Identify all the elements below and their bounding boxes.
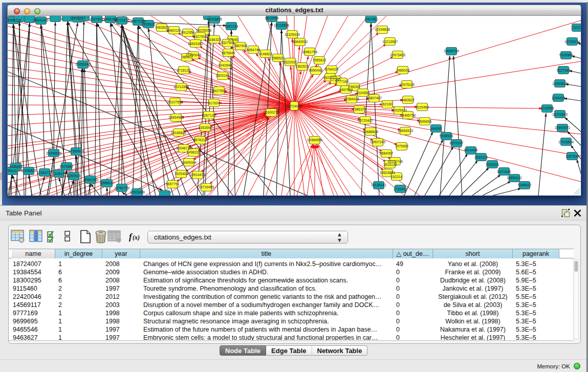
svg-text:2867608: 2867608: [234, 44, 248, 48]
svg-text:12093872: 12093872: [552, 82, 568, 85]
svg-text:9327508: 9327508: [221, 41, 235, 45]
svg-text:15716485: 15716485: [199, 185, 214, 189]
svg-text:8878312: 8878312: [193, 138, 207, 142]
svg-text:8813054: 8813054: [265, 16, 279, 20]
svg-text:7955812: 7955812: [313, 58, 326, 62]
svg-text:9115460: 9115460: [416, 105, 429, 109]
svg-text:7515526: 7515526: [142, 23, 156, 26]
svg-text:164095: 164095: [430, 127, 442, 130]
svg-text:17016504: 17016504: [558, 140, 574, 144]
svg-text:1353594: 1353594: [199, 126, 212, 129]
svg-text:3215958: 3215958: [540, 106, 554, 110]
svg-text:20053346: 20053346: [75, 62, 91, 66]
svg-text:10973403: 10973403: [390, 53, 405, 57]
svg-text:3875645: 3875645: [222, 51, 235, 55]
svg-text:10653267: 10653267: [70, 16, 85, 20]
svg-text:9975887: 9975887: [60, 165, 74, 168]
svg-text:152214: 152214: [391, 175, 403, 179]
svg-text:8960124: 8960124: [167, 29, 181, 32]
svg-text:114519: 114519: [53, 172, 64, 176]
svg-text:2718126: 2718126: [177, 69, 191, 72]
svg-text:62160: 62160: [383, 102, 393, 106]
svg-text:17359924: 17359924: [69, 149, 84, 153]
svg-text:10958117: 10958117: [99, 181, 115, 185]
svg-text:1498222: 1498222: [187, 150, 201, 154]
svg-text:8912954: 8912954: [181, 31, 195, 34]
svg-text:11325419: 11325419: [285, 33, 300, 36]
svg-text:15692971: 15692971: [555, 126, 570, 129]
svg-text:12156829: 12156829: [21, 169, 36, 172]
svg-text:1733426: 1733426: [394, 187, 407, 191]
svg-text:10688609: 10688609: [363, 130, 378, 134]
svg-text:10046718: 10046718: [176, 146, 191, 150]
svg-text:(x): (x): [133, 234, 140, 241]
svg-text:817004: 817004: [208, 101, 220, 105]
svg-text:19166825: 19166825: [171, 131, 186, 135]
svg-text:11123: 11123: [573, 26, 581, 29]
svg-text:14495758: 14495758: [400, 114, 416, 117]
svg-text:16543382: 16543382: [188, 42, 203, 46]
svg-text:7485003: 7485003: [396, 69, 410, 72]
svg-text:7625402: 7625402: [175, 172, 188, 176]
svg-text:16107553: 16107553: [167, 100, 183, 104]
svg-text:18907249: 18907249: [370, 140, 385, 144]
svg-text:6794024: 6794024: [325, 68, 339, 71]
svg-text:9227343: 9227343: [557, 69, 571, 72]
svg-text:10025433: 10025433: [391, 108, 407, 112]
svg-text:1187533: 1187533: [565, 155, 579, 158]
svg-text:16409344: 16409344: [181, 161, 197, 164]
svg-text:17957253: 17957253: [83, 178, 98, 182]
svg-text:19524851: 19524851: [380, 171, 395, 174]
svg-text:8454749: 8454749: [247, 48, 260, 52]
svg-text:16782759: 16782759: [114, 186, 129, 190]
svg-text:8990443: 8990443: [309, 69, 323, 72]
svg-text:6497568: 6497568: [339, 88, 353, 92]
svg-text:9146821: 9146821: [259, 52, 273, 56]
svg-text:9699695: 9699695: [418, 120, 432, 123]
svg-text:2933114: 2933114: [474, 156, 488, 159]
svg-text:4435061: 4435061: [9, 165, 23, 168]
svg-text:1527602: 1527602: [90, 17, 104, 21]
svg-text:98961: 98961: [182, 55, 192, 59]
svg-text:20364436: 20364436: [344, 97, 359, 101]
svg-text:53226058: 53226058: [196, 29, 211, 32]
svg-text:7463822: 7463822: [155, 26, 169, 29]
svg-text:20206535: 20206535: [46, 151, 61, 155]
svg-text:12342717: 12342717: [37, 171, 52, 174]
svg-text:15720407: 15720407: [358, 119, 373, 122]
svg-text:12975115: 12975115: [399, 83, 415, 86]
svg-text:9474444: 9474444: [464, 148, 478, 152]
svg-text:7632621: 7632621: [486, 163, 499, 166]
svg-text:3024554: 3024554: [356, 91, 370, 95]
svg-text:18724007: 18724007: [286, 104, 302, 108]
svg-text:7386372: 7386372: [353, 107, 366, 111]
svg-text:10154838: 10154838: [375, 28, 390, 31]
svg-text:5322037: 5322037: [284, 60, 297, 64]
svg-text:9684067: 9684067: [380, 151, 394, 155]
svg-text:1244415: 1244415: [552, 96, 565, 100]
svg-text:8427552: 8427552: [212, 89, 226, 93]
svg-text:8186323: 8186323: [208, 38, 222, 41]
svg-text:9327503: 9327503: [193, 35, 207, 38]
svg-text:1250515: 1250515: [67, 174, 81, 178]
svg-text:9777169: 9777169: [335, 80, 349, 83]
svg-text:15300275: 15300275: [264, 111, 279, 114]
svg-text:16033809: 16033809: [207, 17, 222, 21]
svg-text:9329966: 9329966: [559, 53, 573, 57]
svg-text:746266: 746266: [349, 85, 360, 89]
svg-text:7975692: 7975692: [395, 144, 409, 148]
svg-text:9242848: 9242848: [219, 63, 232, 67]
svg-text:20691406: 20691406: [33, 18, 49, 22]
svg-text:8471636: 8471636: [497, 170, 511, 173]
svg-text:16210643: 16210643: [552, 113, 568, 116]
svg-text:16648784: 16648784: [444, 49, 459, 53]
svg-text:12213369: 12213369: [173, 85, 189, 89]
svg-text:7357224: 7357224: [225, 25, 238, 28]
svg-text:9463627: 9463627: [401, 98, 415, 102]
svg-text:10654112: 10654112: [507, 176, 522, 180]
svg-text:2087652: 2087652: [364, 17, 378, 21]
svg-text:1362615: 1362615: [295, 64, 309, 68]
svg-text:6379197: 6379197: [450, 141, 464, 145]
svg-text:19654923: 19654923: [398, 129, 413, 133]
svg-text:3267130: 3267130: [202, 114, 216, 117]
